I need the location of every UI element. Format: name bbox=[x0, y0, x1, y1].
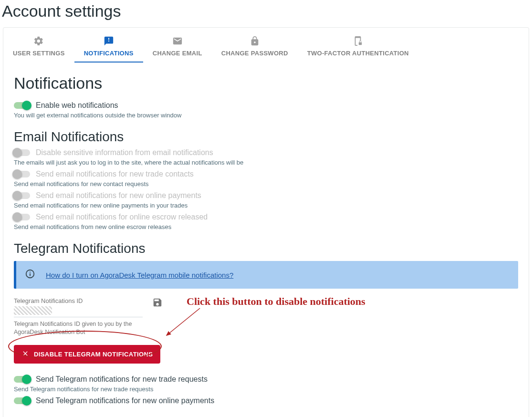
toggle-label: Send Telegram notifications for new trad… bbox=[36, 375, 208, 384]
telegram-id-helper: Telegram Notifications ID given to you b… bbox=[14, 320, 143, 336]
disable-telegram-button[interactable]: DISABLE TELEGRAM NOTIFICATIONS bbox=[14, 345, 160, 364]
content-area: Notifications Enable web notifications Y… bbox=[3, 63, 529, 405]
tab-change-email[interactable]: CHANGE EMAIL bbox=[143, 31, 212, 63]
tab-label: CHANGE PASSWORD bbox=[221, 50, 288, 57]
telegram-id-field[interactable] bbox=[14, 306, 52, 315]
toggle-label: Send email notifications for new trade c… bbox=[36, 170, 194, 178]
toggle-telegram-trade-requests[interactable] bbox=[14, 376, 30, 383]
info-banner: How do I turn on AgoraDesk Telegram mobi… bbox=[14, 261, 518, 289]
toggle-telegram-online-payments[interactable] bbox=[14, 397, 30, 404]
tab-label: NOTIFICATIONS bbox=[84, 50, 134, 57]
page-title: Account settings bbox=[0, 0, 532, 27]
phone-lock-icon bbox=[353, 35, 363, 47]
tab-user-settings[interactable]: USER SETTINGS bbox=[3, 31, 74, 63]
close-icon bbox=[21, 350, 29, 359]
toggle-label: Disable sensitive information from email… bbox=[36, 148, 213, 157]
disable-telegram-button-label: DISABLE TELEGRAM NOTIFICATIONS bbox=[34, 351, 153, 358]
info-icon bbox=[25, 269, 35, 281]
toggle-label: Send email notifications for new online … bbox=[36, 191, 201, 200]
helper-text: Send email notifications for new online … bbox=[14, 202, 518, 209]
info-banner-link[interactable]: How do I turn on AgoraDesk Telegram mobi… bbox=[46, 271, 233, 279]
toggle-email-escrow-released[interactable] bbox=[14, 214, 30, 220]
save-icon[interactable] bbox=[152, 297, 163, 310]
section-title-telegram: Telegram Notifications bbox=[14, 241, 518, 256]
toggle-email-trade-contacts[interactable] bbox=[14, 171, 30, 177]
toggle-email-disable-sensitive[interactable] bbox=[14, 149, 30, 156]
toggle-label: Send Telegram notifications for new onli… bbox=[36, 396, 214, 405]
section-title-notifications: Notifications bbox=[14, 74, 518, 93]
gear-icon bbox=[33, 35, 44, 47]
tab-notifications[interactable]: NOTIFICATIONS bbox=[74, 31, 143, 63]
helper-text: The emails will just ask you to log in t… bbox=[14, 159, 518, 166]
settings-panel: USER SETTINGS NOTIFICATIONS CHANGE EMAIL… bbox=[3, 27, 529, 417]
toggle-web-notifications[interactable] bbox=[14, 102, 30, 109]
tabs-bar: USER SETTINGS NOTIFICATIONS CHANGE EMAIL… bbox=[3, 28, 529, 63]
tab-change-password[interactable]: CHANGE PASSWORD bbox=[212, 31, 298, 63]
tab-label: USER SETTINGS bbox=[13, 50, 65, 57]
helper-text: Send Telegram notifications for new trad… bbox=[14, 386, 518, 393]
email-icon bbox=[172, 35, 183, 47]
tab-label: CHANGE EMAIL bbox=[153, 50, 202, 57]
chat-alert-icon bbox=[104, 35, 114, 47]
helper-text: Send email notifications from new online… bbox=[14, 223, 518, 230]
annotation-text: Click this button to disable notificatio… bbox=[187, 295, 365, 308]
toggle-label: Enable web notifications bbox=[36, 101, 118, 110]
tab-label: TWO-FACTOR AUTHENTICATION bbox=[307, 50, 409, 57]
tab-two-factor[interactable]: TWO-FACTOR AUTHENTICATION bbox=[298, 31, 418, 63]
section-title-email: Email Notifications bbox=[14, 129, 518, 145]
lock-icon bbox=[250, 35, 260, 47]
helper-text: You will get external notifications outs… bbox=[14, 112, 518, 119]
toggle-label: Send email notifications for online escr… bbox=[36, 213, 208, 221]
telegram-id-label: Telegram Notifications ID bbox=[14, 297, 143, 304]
toggle-email-online-payments[interactable] bbox=[14, 192, 30, 199]
helper-text: Send email notifications for new contact… bbox=[14, 180, 518, 188]
